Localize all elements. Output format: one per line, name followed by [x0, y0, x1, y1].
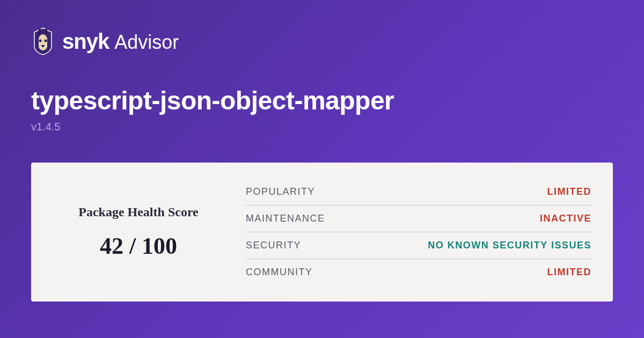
metric-value: INACTIVE	[540, 213, 591, 224]
metric-value: LIMITED	[547, 267, 592, 278]
brand: snyk Advisor	[62, 30, 179, 54]
score-value: 42 / 100	[100, 232, 177, 260]
health-card: Package Health Score 42 / 100 POPULARITY…	[31, 163, 613, 302]
metric-row: MAINTENANCE INACTIVE	[246, 205, 591, 232]
metric-value: LIMITED	[547, 186, 592, 197]
brand-name: snyk	[62, 30, 109, 54]
metric-value: NO KNOWN SECURITY ISSUES	[428, 240, 591, 251]
svg-point-0	[39, 40, 42, 42]
brand-product: Advisor	[114, 31, 179, 54]
snyk-logo-icon	[31, 27, 55, 56]
package-name: typescript-json-object-mapper	[31, 86, 613, 115]
metric-row: COMMUNITY LIMITED	[246, 259, 591, 285]
metric-label: MAINTENANCE	[246, 213, 325, 224]
score-label: Package Health Score	[78, 205, 199, 219]
metric-row: POPULARITY LIMITED	[246, 179, 591, 205]
metric-row: SECURITY NO KNOWN SECURITY ISSUES	[246, 232, 591, 259]
score-section: Package Health Score 42 / 100	[53, 179, 224, 285]
header: snyk Advisor	[31, 27, 613, 56]
metric-label: POPULARITY	[246, 186, 315, 197]
svg-point-1	[45, 40, 47, 42]
package-version: v1.4.5	[31, 121, 613, 133]
metric-label: SECURITY	[246, 240, 301, 251]
metrics-list: POPULARITY LIMITED MAINTENANCE INACTIVE …	[246, 179, 591, 285]
metric-label: COMMUNITY	[246, 267, 313, 278]
